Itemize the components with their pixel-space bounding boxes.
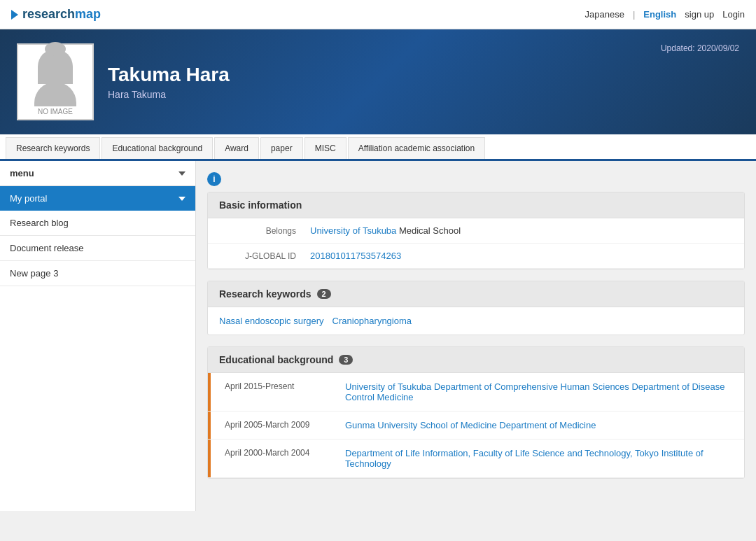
lang-english-link[interactable]: English xyxy=(643,9,676,20)
keyword-cranio[interactable]: Craniopharyngioma xyxy=(332,316,412,326)
profile-name-block: Takuma Hara Hara Takuma xyxy=(108,64,230,100)
profile-image: NO IMAGE xyxy=(17,43,94,120)
edu-row-3: April 2000-March 2004 Department of Life… xyxy=(208,440,744,478)
jglobal-label: J-GLOBAL ID xyxy=(219,251,310,261)
sidebar-item-document-release[interactable]: Document release xyxy=(0,236,195,261)
keywords-row: Nasal endoscopic surgery Craniopharyngio… xyxy=(208,307,744,335)
profile-updated-date: Updated: 2020/09/02 xyxy=(661,43,739,53)
jglobal-id-link[interactable]: 201801011753574263 xyxy=(310,251,401,261)
avatar-placeholder-icon xyxy=(38,49,73,84)
avatar-body-placeholder xyxy=(34,82,76,106)
tab-paper[interactable]: paper xyxy=(260,137,303,159)
edu-info-3: Department of Life Information, Faculty … xyxy=(345,448,733,469)
tabs-bar: Research keywords Educational background… xyxy=(0,134,756,161)
tab-misc[interactable]: MISC xyxy=(304,137,346,159)
profile-header: NO IMAGE Takuma Hara Hara Takuma Updated… xyxy=(0,29,756,134)
login-link[interactable]: Login xyxy=(722,9,745,20)
tab-award[interactable]: Award xyxy=(214,137,259,159)
profile-name-alt: Hara Takuma xyxy=(108,89,230,100)
belongs-suffix: Medical School xyxy=(396,225,461,236)
main-layout: menu My portal Research blog Document re… xyxy=(0,161,756,511)
belongs-university-link[interactable]: University of Tsukuba xyxy=(310,225,396,236)
menu-chevron-down-icon xyxy=(178,171,186,176)
edu-link-3[interactable]: Department of Life Information, Faculty … xyxy=(345,448,704,469)
profile-full-name: Takuma Hara xyxy=(108,64,230,86)
top-navigation: Japanese | English sign up Login xyxy=(585,9,745,20)
logo-arrow-icon xyxy=(11,10,18,20)
sidebar-item-new-page-3[interactable]: New page 3 xyxy=(0,261,195,286)
tab-affiliation[interactable]: Affiliation academic association xyxy=(348,137,486,159)
info-icon: i xyxy=(207,172,221,186)
edu-date-1: April 2015-Present xyxy=(219,381,345,402)
content-area: i Basic information Belongs University o… xyxy=(196,161,756,511)
basic-info-title: Basic information xyxy=(219,199,302,211)
jglobal-row: J-GLOBAL ID 201801011753574263 xyxy=(208,244,744,269)
profile-left: NO IMAGE Takuma Hara Hara Takuma xyxy=(17,43,230,120)
no-image-label: NO IMAGE xyxy=(38,108,73,115)
research-keywords-card: Research keywords 2 Nasal endoscopic sur… xyxy=(207,281,745,335)
research-keywords-title: Research keywords xyxy=(219,288,312,300)
educational-background-card: Educational background 3 April 2015-Pres… xyxy=(207,346,745,479)
sidebar-item-research-blog[interactable]: Research blog xyxy=(0,211,195,236)
belongs-label: Belongs xyxy=(219,226,310,236)
jglobal-value: 201801011753574263 xyxy=(310,251,733,261)
sidebar-menu-header[interactable]: menu xyxy=(0,161,195,186)
edu-info-1: University of Tsukuba Department of Comp… xyxy=(345,381,733,402)
basic-info-header: Basic information xyxy=(208,192,744,218)
edu-info-2: Gunma University School of Medicine Depa… xyxy=(345,420,733,430)
my-portal-chevron-icon xyxy=(178,197,186,201)
sidebar: menu My portal Research blog Document re… xyxy=(0,161,196,511)
edu-link-1[interactable]: University of Tsukuba Department of Comp… xyxy=(345,381,724,402)
logo-map-text: map xyxy=(75,7,101,21)
lang-japanese-link[interactable]: Japanese xyxy=(585,9,624,20)
edu-date-3: April 2000-March 2004 xyxy=(219,448,345,469)
lang-separator: | xyxy=(633,9,635,20)
signup-link[interactable]: sign up xyxy=(685,9,714,20)
belongs-value: University of Tsukuba Medical School xyxy=(310,225,733,236)
tab-educational-background[interactable]: Educational background xyxy=(102,137,213,159)
logo[interactable]: researchmap xyxy=(11,7,101,22)
edu-link-2[interactable]: Gunma University School of Medicine Depa… xyxy=(345,420,596,430)
edu-date-2: April 2005-March 2009 xyxy=(219,420,345,430)
research-keywords-count-badge: 2 xyxy=(317,289,331,299)
my-portal-label: My portal xyxy=(10,193,47,204)
educational-background-count-badge: 3 xyxy=(339,355,353,365)
tab-research-keywords[interactable]: Research keywords xyxy=(6,137,100,159)
logo-research-text: research xyxy=(22,7,75,21)
basic-info-card: Basic information Belongs University of … xyxy=(207,192,745,269)
belongs-row: Belongs University of Tsukuba Medical Sc… xyxy=(208,218,744,244)
keyword-nasal[interactable]: Nasal endoscopic surgery xyxy=(219,316,324,326)
sidebar-menu-label: menu xyxy=(10,168,34,178)
research-keywords-header: Research keywords 2 xyxy=(208,281,744,307)
sidebar-my-portal[interactable]: My portal xyxy=(0,186,195,211)
edu-row-2: April 2005-March 2009 Gunma University S… xyxy=(208,412,744,440)
educational-background-header: Educational background 3 xyxy=(208,347,744,373)
educational-background-title: Educational background xyxy=(219,354,333,365)
edu-row-1: April 2015-Present University of Tsukuba… xyxy=(208,373,744,412)
topbar: researchmap Japanese | English sign up L… xyxy=(0,0,756,29)
